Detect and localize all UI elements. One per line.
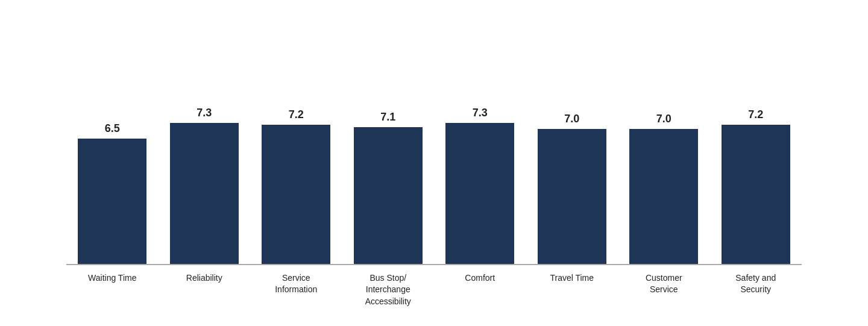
bar-value-customer-service: 7.0 bbox=[656, 113, 671, 125]
bar-group-travel-time: 7.0 bbox=[526, 49, 618, 264]
bar-comfort bbox=[445, 123, 514, 264]
bar-label-service-information: ServiceInformation bbox=[250, 272, 342, 308]
bar-value-travel-time: 7.0 bbox=[564, 113, 579, 125]
bar-group-service-information: 7.2 bbox=[250, 49, 342, 264]
bars-area: 6.57.37.27.17.37.07.07.2 bbox=[66, 31, 802, 265]
bar-value-safety-security: 7.2 bbox=[748, 108, 763, 121]
bar-value-comfort: 7.3 bbox=[473, 107, 488, 119]
bar-waiting-time bbox=[78, 139, 146, 264]
bar-group-reliability: 7.3 bbox=[159, 49, 251, 264]
bar-safety-security bbox=[722, 125, 790, 263]
bar-value-reliability: 7.3 bbox=[197, 107, 212, 119]
bar-service-information bbox=[262, 125, 330, 263]
bar-value-service-information: 7.2 bbox=[289, 108, 304, 121]
bar-customer-service bbox=[629, 129, 698, 264]
bar-label-waiting-time: Waiting Time bbox=[66, 272, 159, 308]
bar-group-customer-service: 7.0 bbox=[618, 49, 710, 264]
bar-travel-time bbox=[538, 129, 606, 264]
bar-label-customer-service: CustomerService bbox=[618, 272, 710, 308]
labels-area: Waiting TimeReliabilityServiceInformatio… bbox=[66, 272, 802, 308]
bar-group-safety-security: 7.2 bbox=[710, 49, 802, 264]
bar-group-bus-stop: 7.1 bbox=[342, 49, 435, 264]
bar-value-waiting-time: 6.5 bbox=[105, 122, 120, 135]
bar-label-safety-security: Safety andSecurity bbox=[710, 272, 802, 308]
bar-reliability bbox=[170, 123, 239, 264]
bar-bus-stop bbox=[354, 127, 423, 264]
bar-label-bus-stop: Bus Stop/InterchangeAccessibility bbox=[342, 272, 435, 308]
bar-label-travel-time: Travel Time bbox=[526, 272, 618, 308]
bar-label-comfort: Comfort bbox=[434, 272, 526, 308]
bar-group-waiting-time: 6.5 bbox=[66, 49, 159, 264]
bar-value-bus-stop: 7.1 bbox=[380, 111, 395, 124]
bar-label-reliability: Reliability bbox=[159, 272, 251, 308]
bar-group-comfort: 7.3 bbox=[434, 49, 526, 264]
bar-chart: 6.57.37.27.17.37.07.07.2 Waiting TimeRel… bbox=[42, 19, 826, 308]
